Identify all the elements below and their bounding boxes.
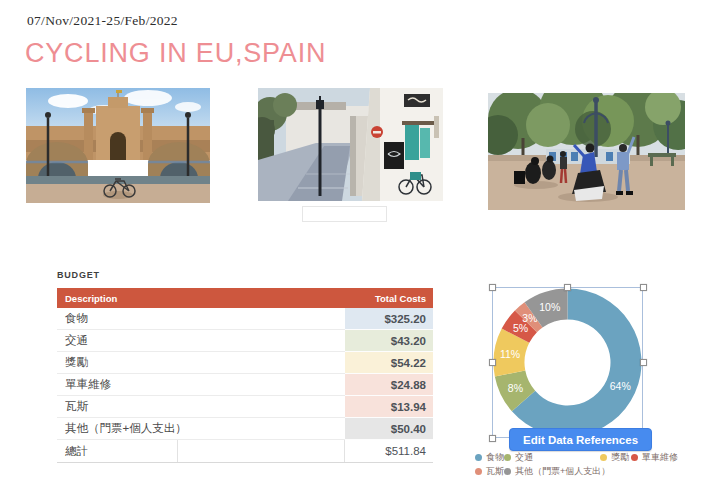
legend-swatch-icon bbox=[600, 454, 607, 461]
photo-plaza-de-espana-with-bicycle[interactable] bbox=[26, 88, 210, 203]
row-description-cell[interactable]: 瓦斯 bbox=[57, 396, 345, 418]
legend-swatch-icon bbox=[475, 454, 482, 461]
budget-table-row[interactable]: 獎勵$54.22 bbox=[57, 352, 433, 374]
photo-street-illustration bbox=[258, 88, 443, 201]
row-description-cell[interactable]: 獎勵 bbox=[57, 352, 345, 374]
total-row-label[interactable]: 總計 bbox=[57, 440, 178, 462]
legend-swatch-icon bbox=[475, 468, 482, 475]
row-total-cell[interactable]: $43.20 bbox=[345, 330, 433, 352]
legend-label: 食物 bbox=[486, 451, 504, 464]
selection-handle[interactable] bbox=[640, 359, 647, 366]
donut-chart-object[interactable]: 64%8%11%5%3%10% bbox=[492, 287, 643, 438]
legend-label: 瓦斯 bbox=[486, 465, 504, 478]
row-total-cell[interactable]: $50.40 bbox=[345, 418, 433, 440]
budget-table-row[interactable]: 瓦斯$13.94 bbox=[57, 396, 433, 418]
keynote-slide: 07/Nov/2021-25/Feb/2022 CYCLING IN EU,SP… bbox=[0, 0, 720, 490]
date-range-text[interactable]: 07/Nov/2021-25/Feb/2022 bbox=[27, 13, 178, 29]
selection-handle[interactable] bbox=[640, 284, 647, 291]
legend-item-獎勵[interactable]: 獎勵 bbox=[600, 451, 629, 464]
empty-caption-box[interactable] bbox=[302, 206, 387, 222]
column-header-description[interactable]: Description bbox=[57, 293, 345, 304]
legend-item-食物[interactable]: 食物 bbox=[475, 451, 504, 464]
legend-item-瓦斯[interactable]: 瓦斯 bbox=[475, 465, 504, 478]
budget-total-row[interactable]: 總計 $511.84 bbox=[57, 440, 433, 463]
row-total-cell[interactable]: $13.94 bbox=[345, 396, 433, 418]
budget-table-row[interactable]: 其他（門票+個人支出）$50.40 bbox=[57, 418, 433, 440]
row-total-cell[interactable]: $54.22 bbox=[345, 352, 433, 374]
slide-title[interactable]: CYCLING IN EU,SPAIN bbox=[25, 38, 326, 69]
row-description-cell[interactable]: 其他（門票+個人支出） bbox=[57, 418, 345, 440]
row-description-cell[interactable]: 食物 bbox=[57, 308, 345, 330]
legend-swatch-icon bbox=[631, 454, 638, 461]
photo-park-illustration bbox=[488, 93, 685, 210]
total-row-value[interactable]: $511.84 bbox=[345, 440, 433, 462]
donut-chart[interactable]: 64%8%11%5%3%10% bbox=[492, 287, 643, 438]
edit-data-references-button[interactable]: Edit Data References bbox=[509, 428, 652, 451]
slice-percent-label: 8% bbox=[508, 382, 523, 394]
budget-table-body: 食物$325.20交通$43.20獎勵$54.22單車維修$24.88瓦斯$13… bbox=[57, 308, 433, 440]
row-description-cell[interactable]: 交通 bbox=[57, 330, 345, 352]
column-header-total-costs[interactable]: Total Costs bbox=[345, 293, 433, 304]
legend-label: 單車維修 bbox=[642, 451, 678, 464]
photo-plaza-illustration bbox=[26, 88, 210, 203]
selection-handle[interactable] bbox=[564, 284, 571, 291]
selection-handle[interactable] bbox=[489, 359, 496, 366]
legend-label: 其他（門票+個人支出） bbox=[515, 465, 610, 478]
legend-item-單車維修[interactable]: 單車維修 bbox=[631, 451, 678, 464]
photo-white-village-street-with-bike-shop[interactable] bbox=[258, 88, 443, 201]
budget-table-header-row: Description Total Costs bbox=[57, 288, 433, 308]
legend-item-其他（門票+個人支出）[interactable]: 其他（門票+個人支出） bbox=[504, 465, 610, 478]
row-total-cell[interactable]: $325.20 bbox=[345, 308, 433, 330]
legend-swatch-icon bbox=[504, 454, 511, 461]
row-description-cell[interactable]: 單車維修 bbox=[57, 374, 345, 396]
row-total-cell[interactable]: $24.88 bbox=[345, 374, 433, 396]
slice-percent-label: 10% bbox=[539, 301, 560, 313]
slice-percent-label: 11% bbox=[500, 348, 520, 360]
legend-label: 獎勵 bbox=[611, 451, 629, 464]
legend-item-交通[interactable]: 交通 bbox=[504, 451, 533, 464]
budget-table-row[interactable]: 交通$43.20 bbox=[57, 330, 433, 352]
photo-flamenco-dancers-in-park[interactable] bbox=[488, 93, 685, 210]
legend-swatch-icon bbox=[504, 468, 511, 475]
budget-section-label: BUDGET bbox=[57, 270, 100, 280]
slice-percent-label: 64% bbox=[610, 380, 631, 392]
budget-table: Description Total Costs 食物$325.20交通$43.2… bbox=[57, 288, 433, 463]
total-row-spacer-cell[interactable] bbox=[178, 440, 346, 462]
selection-handle[interactable] bbox=[489, 435, 496, 442]
legend-label: 交通 bbox=[515, 451, 533, 464]
budget-table-row[interactable]: 單車維修$24.88 bbox=[57, 374, 433, 396]
selection-handle[interactable] bbox=[489, 284, 496, 291]
budget-table-row[interactable]: 食物$325.20 bbox=[57, 308, 433, 330]
